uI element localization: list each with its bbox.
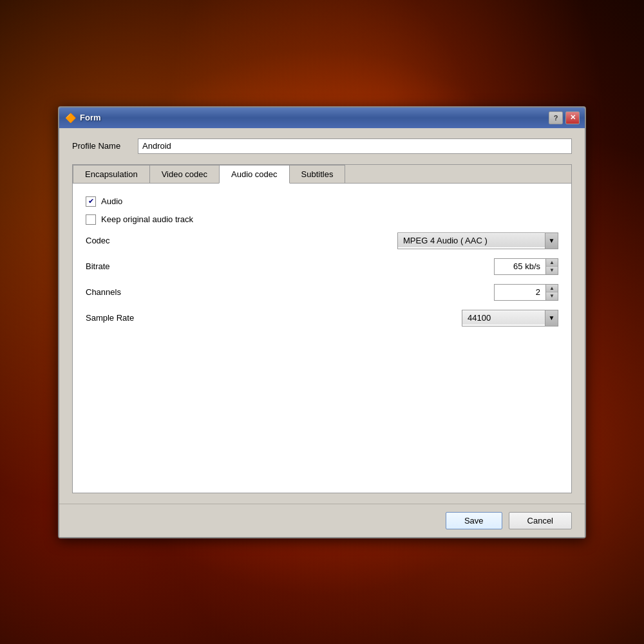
bitrate-control: 65 kb/s ▲ ▼	[494, 258, 558, 275]
vlc-icon: 🔶	[64, 112, 76, 124]
audio-codec-tab-content: Audio Keep original audio track Codec MP…	[73, 184, 571, 493]
profile-name-label: Profile Name	[72, 141, 130, 151]
channels-value[interactable]: 2	[495, 285, 545, 299]
tabs-header: Encapsulation Video codec Audio codec Su…	[73, 165, 571, 184]
titlebar-controls: ? ✕	[549, 111, 580, 124]
tab-encapsulation[interactable]: Encapsulation	[73, 165, 150, 183]
codec-row: Codec MPEG 4 Audio ( AAC ) ▼	[86, 232, 558, 249]
keep-original-label: Keep original audio track	[101, 214, 193, 224]
audio-checkbox[interactable]	[86, 196, 96, 207]
tab-subtitles[interactable]: Subtitles	[289, 165, 346, 183]
tab-audio-codec[interactable]: Audio codec	[219, 165, 290, 184]
channels-spinbox-buttons: ▲ ▼	[545, 285, 558, 300]
sample-rate-dropdown-arrow[interactable]: ▼	[545, 310, 558, 326]
cancel-button[interactable]: Cancel	[509, 512, 572, 529]
bitrate-down-button[interactable]: ▼	[546, 267, 558, 274]
profile-row: Profile Name	[72, 138, 572, 154]
window-title: Form	[80, 113, 101, 122]
tab-video-codec[interactable]: Video codec	[149, 165, 220, 183]
keep-original-checkbox-row: Keep original audio track	[86, 214, 558, 225]
sample-rate-control: 44100 ▼	[462, 310, 558, 327]
audio-checkbox-row: Audio	[86, 196, 558, 207]
codec-value: MPEG 4 Audio ( AAC )	[398, 234, 545, 247]
keep-original-checkbox[interactable]	[86, 214, 96, 225]
codec-control: MPEG 4 Audio ( AAC ) ▼	[397, 232, 558, 249]
profile-name-input[interactable]	[138, 138, 572, 154]
codec-dropdown-arrow[interactable]: ▼	[545, 233, 558, 249]
bitrate-label: Bitrate	[86, 261, 214, 271]
codec-select[interactable]: MPEG 4 Audio ( AAC ) ▼	[397, 232, 558, 249]
tabs-container: Encapsulation Video codec Audio codec Su…	[72, 164, 572, 493]
titlebar: 🔶 Form ? ✕	[59, 108, 585, 128]
window-body: Profile Name Encapsulation Video codec A…	[59, 128, 585, 504]
channels-up-button[interactable]: ▲	[546, 285, 558, 292]
bitrate-up-button[interactable]: ▲	[546, 259, 558, 267]
channels-row: Channels 2 ▲ ▼	[86, 284, 558, 301]
bitrate-spinbox-buttons: ▲ ▼	[545, 259, 558, 274]
audio-checkbox-label: Audio	[101, 196, 122, 206]
bitrate-row: Bitrate 65 kb/s ▲ ▼	[86, 258, 558, 275]
bitrate-spinbox: 65 kb/s ▲ ▼	[494, 258, 558, 275]
window-footer: Save Cancel	[59, 504, 585, 537]
channels-control: 2 ▲ ▼	[494, 284, 558, 301]
codec-label: Codec	[86, 236, 214, 245]
sample-rate-label: Sample Rate	[86, 313, 214, 323]
save-button[interactable]: Save	[446, 512, 502, 529]
channels-spinbox: 2 ▲ ▼	[494, 284, 558, 301]
help-button[interactable]: ?	[549, 111, 563, 124]
close-button[interactable]: ✕	[565, 111, 580, 124]
titlebar-left: 🔶 Form	[64, 112, 101, 124]
sample-rate-row: Sample Rate 44100 ▼	[86, 310, 558, 327]
sample-rate-value: 44100	[462, 311, 545, 325]
sample-rate-dropdown[interactable]: 44100 ▼	[462, 310, 558, 327]
bitrate-value[interactable]: 65 kb/s	[495, 260, 545, 273]
channels-label: Channels	[86, 287, 214, 297]
main-window: 🔶 Form ? ✕ Profile Name Encapsulation Vi…	[58, 106, 586, 538]
channels-down-button[interactable]: ▼	[546, 292, 558, 300]
